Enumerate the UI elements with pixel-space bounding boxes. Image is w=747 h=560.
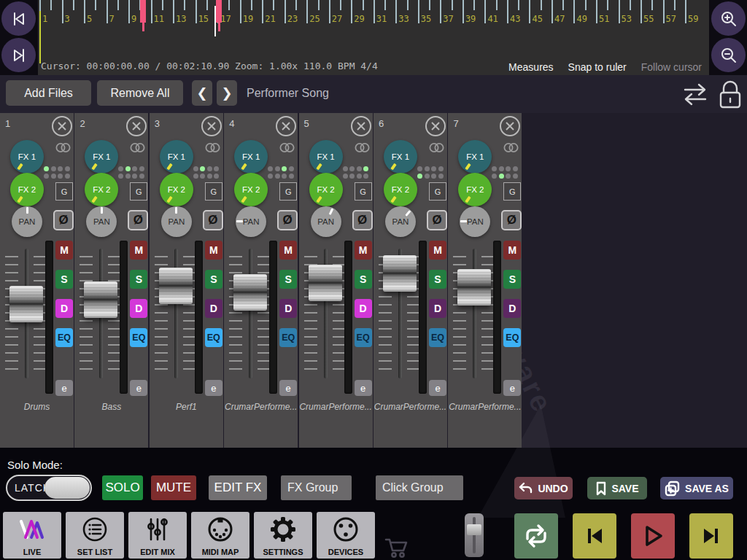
routing-dot[interactable]	[282, 174, 287, 179]
group-button[interactable]: G	[130, 182, 147, 201]
routing-dot[interactable]	[513, 174, 518, 179]
mute-button[interactable]: M	[429, 241, 446, 260]
routing-dot[interactable]	[132, 166, 137, 171]
edit-button[interactable]: e	[55, 380, 73, 396]
nav-live-button[interactable]: LIVE	[3, 512, 61, 559]
fader-track[interactable]	[249, 249, 252, 378]
fader-cap[interactable]	[383, 255, 417, 292]
snap-to-ruler-toggle[interactable]: Snap to ruler	[568, 61, 627, 73]
routing-dot[interactable]	[431, 174, 436, 179]
timeline-ruler[interactable]: 1357911131517192123252729313335373941434…	[0, 0, 747, 75]
stereo-link-icon[interactable]	[277, 142, 297, 153]
direct-button[interactable]: D	[279, 299, 297, 318]
routing-dot[interactable]	[349, 166, 355, 171]
solo-button[interactable]: S	[205, 270, 222, 289]
routing-dot[interactable]	[125, 174, 131, 179]
eq-button[interactable]: EQ	[279, 328, 297, 347]
edit-button[interactable]: e	[205, 380, 222, 396]
edit-button[interactable]: e	[130, 380, 147, 396]
edit-fx-button[interactable]: EDIT FX	[209, 475, 267, 500]
solo-button[interactable]: S	[130, 270, 147, 289]
routing-dot[interactable]	[58, 174, 63, 179]
fx2-knob[interactable]: FX 2	[458, 173, 492, 206]
eq-button[interactable]: EQ	[429, 328, 446, 347]
mute-mode-button[interactable]: MUTE	[151, 475, 196, 500]
routing-dot[interactable]	[65, 174, 70, 179]
routing-dot[interactable]	[499, 166, 504, 171]
channel-close-icon[interactable]	[201, 115, 222, 137]
group-button[interactable]: G	[503, 182, 521, 201]
transport-skip-forward-button[interactable]	[689, 513, 733, 559]
eq-button[interactable]: EQ	[503, 328, 521, 347]
direct-button[interactable]: D	[130, 299, 147, 318]
mute-button[interactable]: M	[279, 241, 297, 260]
click-group-button[interactable]: Click Group	[376, 475, 463, 500]
add-files-button[interactable]: Add Files	[6, 80, 91, 106]
routing-dot[interactable]	[207, 174, 212, 179]
fader-cap[interactable]	[9, 286, 43, 322]
fx2-knob[interactable]: FX 2	[160, 173, 193, 206]
routing-dot[interactable]	[139, 174, 144, 179]
solo-button[interactable]: S	[355, 270, 372, 289]
mute-button[interactable]: M	[130, 241, 147, 260]
routing-dot-active[interactable]	[363, 166, 368, 171]
remove-all-button[interactable]: Remove All	[97, 80, 183, 106]
phase-button[interactable]: Ø	[203, 210, 223, 230]
fader-cap[interactable]	[457, 269, 491, 306]
direct-button[interactable]: D	[503, 299, 521, 318]
follow-cursor-toggle[interactable]: Follow cursor	[641, 61, 702, 73]
routing-dot[interactable]	[51, 174, 56, 179]
mini-fader-cap[interactable]	[467, 524, 481, 535]
phase-button[interactable]: Ø	[53, 210, 74, 230]
phase-button[interactable]: Ø	[128, 210, 148, 230]
ruler-marker[interactable]	[216, 0, 222, 23]
stereo-link-icon[interactable]	[128, 142, 147, 153]
direct-button[interactable]: D	[55, 299, 73, 318]
routing-dot[interactable]	[492, 174, 497, 179]
edit-button[interactable]: e	[355, 380, 372, 396]
skip-to-end-button[interactable]	[1, 38, 36, 72]
fader-cap[interactable]	[309, 265, 342, 301]
master-mini-fader[interactable]	[465, 513, 484, 557]
edit-button[interactable]: e	[279, 380, 297, 396]
save-button[interactable]: SAVE	[587, 477, 647, 499]
stereo-link-icon[interactable]	[352, 142, 372, 153]
channel-close-icon[interactable]	[350, 115, 372, 137]
routing-dot[interactable]	[417, 166, 422, 171]
routing-dot[interactable]	[492, 166, 497, 171]
routing-dot[interactable]	[425, 174, 430, 179]
eq-button[interactable]: EQ	[55, 328, 73, 347]
mute-button[interactable]: M	[503, 241, 521, 260]
phase-button[interactable]: Ø	[277, 210, 298, 230]
group-button[interactable]: G	[55, 182, 73, 201]
routing-dot[interactable]	[58, 166, 63, 171]
nav-edit-mix-button[interactable]: EDIT MIX	[128, 512, 187, 559]
playhead-cursor[interactable]	[39, 11, 41, 63]
routing-dot[interactable]	[275, 166, 280, 171]
routing-dot[interactable]	[214, 166, 219, 171]
edit-button[interactable]: e	[429, 380, 446, 396]
measures-toggle[interactable]: Measures	[508, 61, 553, 73]
routing-dot[interactable]	[65, 166, 70, 171]
routing-dot-active[interactable]	[282, 166, 287, 171]
transport-play-button[interactable]	[631, 513, 675, 559]
mute-button[interactable]: M	[355, 241, 372, 260]
nav-set-list-button[interactable]: SET LIST	[66, 512, 124, 559]
routing-dot[interactable]	[193, 166, 198, 171]
routing-dot[interactable]	[349, 174, 355, 179]
next-song-button[interactable]: ❯	[217, 80, 237, 106]
mute-button[interactable]: M	[205, 241, 222, 260]
fx1-knob[interactable]: FX 1	[85, 140, 118, 174]
swap-channels-button[interactable]	[681, 81, 710, 110]
pan-knob[interactable]: PAN	[385, 206, 416, 237]
zoom-out-button[interactable]	[711, 38, 746, 72]
routing-dot-active[interactable]	[417, 174, 422, 179]
latch-toggle-knob[interactable]	[44, 477, 90, 499]
direct-button[interactable]: D	[205, 299, 222, 318]
pan-knob[interactable]: PAN	[12, 206, 42, 237]
pan-knob[interactable]: PAN	[86, 206, 117, 237]
solo-mode-button[interactable]: SOLO	[102, 475, 143, 500]
pan-knob[interactable]: PAN	[460, 206, 490, 237]
loop-button[interactable]	[514, 513, 558, 559]
phase-button[interactable]: Ø	[427, 210, 447, 230]
